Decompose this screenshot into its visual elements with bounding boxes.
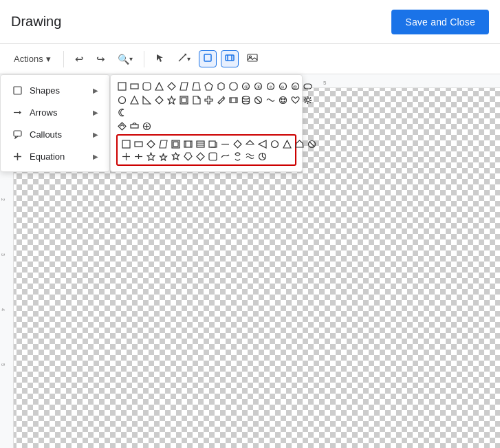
- shapes-submenu: ⑤ ⑥ ⑦ ⑩ ⑫: [110, 74, 303, 172]
- title-bar: Drawing Save and Close: [0, 0, 500, 44]
- line-tool-button[interactable]: ▾: [173, 50, 195, 67]
- shape-pencil[interactable]: [215, 94, 226, 105]
- hl-shape-12[interactable]: [257, 138, 268, 149]
- menu-item-equation[interactable]: Equation ▶: [1, 145, 109, 167]
- arrows-menu-icon: [12, 107, 23, 118]
- shape-triangle2[interactable]: [129, 94, 140, 105]
- hl-shape-15[interactable]: [294, 138, 305, 149]
- callouts-label: Callouts: [30, 129, 62, 140]
- hl-shape-16[interactable]: [306, 138, 317, 149]
- shape-right-tri[interactable]: [141, 94, 152, 105]
- shape-misc3[interactable]: [141, 120, 152, 131]
- svg-text:⑩: ⑩: [281, 85, 284, 89]
- hl-shape-28[interactable]: [257, 151, 268, 162]
- shape-no[interactable]: [252, 94, 263, 105]
- hl-shape-10[interactable]: [232, 138, 243, 149]
- svg-marker-22: [218, 83, 224, 90]
- shape-doc[interactable]: [191, 94, 202, 105]
- svg-marker-73: [246, 140, 254, 145]
- hl-shape-5[interactable]: [170, 138, 181, 149]
- shape-moon[interactable]: [116, 107, 127, 118]
- hl-shape-24[interactable]: [207, 151, 218, 162]
- shape-6[interactable]: ⑦: [265, 81, 276, 92]
- image-tool-button[interactable]: [243, 50, 262, 67]
- actions-menu-button[interactable]: Actions ▾: [8, 51, 56, 67]
- shape-misc2[interactable]: [129, 120, 140, 131]
- hl-shape-20[interactable]: [157, 151, 169, 162]
- shape-cross[interactable]: [203, 94, 214, 105]
- shape-parallelogram[interactable]: [178, 81, 189, 92]
- svg-marker-87: [184, 153, 192, 160]
- menu-item-callouts[interactable]: Callouts ▶: [1, 123, 109, 145]
- shape-trapezoid[interactable]: [191, 81, 202, 92]
- hl-shape-11[interactable]: [244, 138, 255, 149]
- shape-smiley[interactable]: [277, 94, 288, 105]
- hl-shape-8[interactable]: [207, 138, 218, 149]
- hl-shape-17[interactable]: [120, 151, 131, 162]
- hl-shape-27[interactable]: [244, 151, 255, 162]
- hl-shape-4[interactable]: [157, 138, 169, 149]
- shape-rect-b[interactable]: [178, 94, 189, 105]
- hl-shape-1[interactable]: [120, 138, 131, 149]
- save-close-button[interactable]: Save and Close: [391, 10, 489, 34]
- shape-hexagon[interactable]: [215, 81, 226, 92]
- shape-rect3[interactable]: [228, 94, 239, 105]
- shape-cylinder[interactable]: [240, 94, 251, 105]
- shape-rect[interactable]: [129, 81, 140, 92]
- shape-round-rect[interactable]: [141, 81, 152, 92]
- ruler-tick-5: 5: [323, 80, 326, 86]
- hl-shape-22[interactable]: [182, 151, 193, 162]
- svg-marker-23: [230, 83, 237, 90]
- shape-octagon[interactable]: [228, 81, 239, 92]
- hl-shape-26[interactable]: [232, 151, 243, 162]
- equation-menu-icon: [12, 151, 23, 162]
- shape-8[interactable]: ⑫: [290, 81, 301, 92]
- undo-button[interactable]: ↩: [71, 50, 88, 68]
- hl-shape-19[interactable]: [145, 151, 156, 162]
- shape-diamond[interactable]: [166, 81, 177, 92]
- shape-pentagon[interactable]: [203, 81, 214, 92]
- hl-shape-6[interactable]: [182, 138, 193, 149]
- svg-marker-88: [197, 153, 204, 160]
- hl-shape-13[interactable]: [269, 138, 280, 149]
- shape-triangle[interactable]: [153, 81, 164, 92]
- hl-shape-25[interactable]: [219, 151, 230, 162]
- hl-shape-9[interactable]: [219, 138, 230, 149]
- shape-5[interactable]: ⑥: [252, 81, 263, 92]
- shape-square[interactable]: [116, 81, 127, 92]
- hl-shape-18[interactable]: [133, 151, 144, 162]
- shape-4[interactable]: ⑤: [240, 81, 251, 92]
- shape-wave[interactable]: [265, 94, 276, 105]
- select-tool-button[interactable]: [151, 50, 169, 67]
- hl-shape-23[interactable]: [195, 151, 206, 162]
- shape-rhombus[interactable]: [153, 94, 164, 105]
- shape-tool-button[interactable]: [199, 50, 217, 67]
- svg-rect-70: [209, 141, 215, 147]
- shape-misc1[interactable]: [116, 120, 127, 131]
- shapes-chevron: ▶: [93, 87, 98, 94]
- shape-heart2[interactable]: [290, 94, 301, 105]
- svg-text:⑦: ⑦: [268, 85, 272, 89]
- hl-shape-21[interactable]: [170, 151, 181, 162]
- ruler-v-tick-2: 2: [1, 198, 6, 201]
- hl-shape-3[interactable]: [145, 138, 156, 149]
- shape-tool2-button[interactable]: [221, 50, 239, 67]
- svg-marker-19: [180, 83, 188, 90]
- shape-gear[interactable]: [302, 94, 313, 105]
- shape-circle[interactable]: [116, 94, 127, 105]
- shape-star4[interactable]: [166, 94, 177, 105]
- zoom-button[interactable]: 🔍 ▾: [113, 51, 137, 67]
- hl-shape-14[interactable]: [281, 138, 292, 149]
- svg-marker-62: [147, 140, 155, 148]
- callouts-menu-icon: [12, 129, 23, 140]
- menu-item-shapes[interactable]: Shapes ▶: [1, 79, 109, 101]
- hl-shape-7[interactable]: [195, 138, 206, 149]
- undo-icon: ↩: [75, 53, 84, 65]
- hl-shape-2[interactable]: [133, 138, 144, 149]
- svg-line-53: [256, 98, 261, 103]
- shape-7[interactable]: ⑩: [277, 81, 288, 92]
- menu-item-arrows[interactable]: Arrows ▶: [1, 101, 109, 123]
- redo-button[interactable]: ↪: [92, 50, 109, 68]
- shape-rect2[interactable]: [302, 81, 313, 92]
- shapes-row-3: [116, 120, 296, 131]
